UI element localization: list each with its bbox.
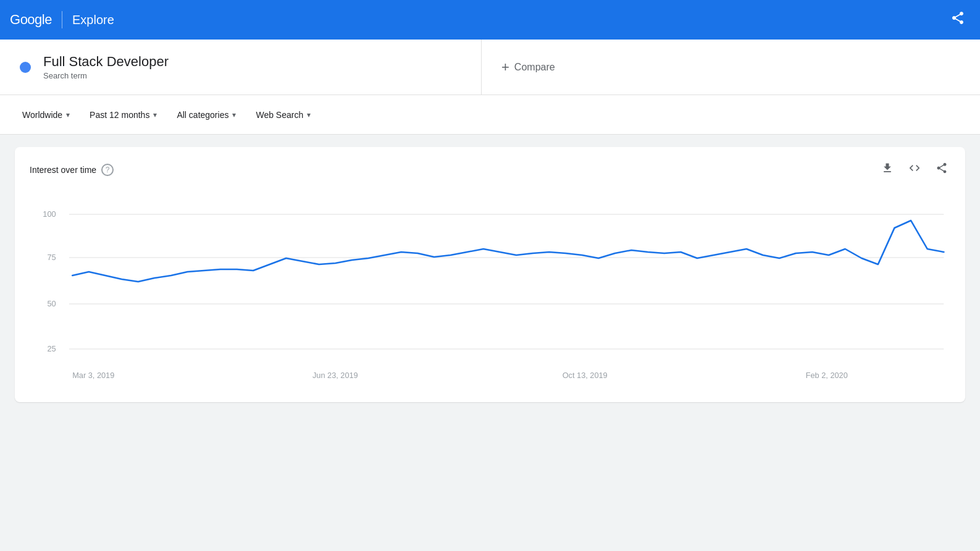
app-header: Google Explore — [0, 0, 980, 40]
share-icon — [950, 11, 965, 25]
page-title: Explore — [72, 13, 114, 27]
y-label-25: 25 — [47, 345, 56, 353]
category-chevron-icon: ▾ — [232, 111, 236, 119]
time-range-filter[interactable]: Past 12 months ▾ — [87, 105, 159, 125]
x-label-oct: Oct 13, 2019 — [563, 371, 608, 380]
main-content: Interest over time ? — [0, 135, 980, 424]
y-label-50: 50 — [47, 300, 56, 308]
search-term-dot — [20, 62, 31, 73]
y-label-75: 75 — [47, 253, 56, 262]
embed-button[interactable] — [906, 159, 923, 180]
compare-button[interactable]: + Compare — [501, 54, 555, 80]
region-chevron-icon: ▾ — [66, 111, 70, 119]
embed-icon — [908, 162, 921, 174]
logo: Google Explore — [10, 11, 114, 28]
search-type-filter-label: Web Search — [256, 110, 303, 120]
oogle-letters: oogle — [20, 12, 52, 27]
region-label: Worldwide — [22, 110, 62, 120]
help-icon[interactable]: ? — [101, 164, 114, 176]
trend-line — [72, 221, 944, 282]
search-type-label: Search term — [43, 71, 169, 80]
chart-container: 100 75 50 25 Mar 3, 2019 Jun 23, 2019 Oc… — [30, 190, 950, 390]
line-chart-svg: 100 75 50 25 Mar 3, 2019 Jun 23, 2019 Oc… — [30, 190, 950, 387]
search-info: Full Stack Developer Search term — [43, 54, 169, 80]
category-filter[interactable]: All categories ▾ — [174, 105, 238, 125]
time-chevron-icon: ▾ — [153, 111, 157, 119]
download-button[interactable] — [879, 159, 896, 180]
header-divider — [62, 11, 62, 28]
search-right-panel: + Compare — [482, 40, 980, 95]
filters-bar: Worldwide ▾ Past 12 months ▾ All categor… — [0, 95, 980, 135]
chart-title-area: Interest over time ? — [30, 164, 114, 176]
help-question-mark: ? — [106, 166, 110, 174]
compare-label: Compare — [514, 62, 555, 73]
interest-over-time-card: Interest over time ? — [15, 147, 965, 402]
chart-title: Interest over time — [30, 165, 96, 175]
share-chart-button[interactable] — [933, 159, 950, 180]
download-icon — [881, 162, 894, 174]
time-range-label: Past 12 months — [90, 110, 149, 120]
x-label-mar: Mar 3, 2019 — [72, 371, 114, 380]
share-button[interactable] — [945, 6, 970, 34]
search-type-filter[interactable]: Web Search ▾ — [253, 105, 313, 125]
chart-actions — [879, 159, 950, 180]
share-chart-icon — [936, 162, 948, 174]
search-left-panel: Full Stack Developer Search term — [0, 40, 482, 95]
category-label: All categories — [177, 110, 228, 120]
x-label-jun: Jun 23, 2019 — [312, 371, 358, 380]
google-wordmark: Google — [10, 12, 52, 28]
g-letter: G — [10, 12, 20, 27]
region-filter[interactable]: Worldwide ▾ — [20, 105, 72, 125]
chart-header: Interest over time ? — [30, 159, 950, 180]
x-label-feb: Feb 2, 2020 — [806, 371, 848, 380]
y-label-100: 100 — [43, 210, 56, 219]
search-type-chevron-icon: ▾ — [307, 111, 311, 119]
search-area: Full Stack Developer Search term + Compa… — [0, 40, 980, 95]
search-term-text[interactable]: Full Stack Developer — [43, 54, 169, 70]
compare-plus-icon: + — [501, 59, 509, 75]
